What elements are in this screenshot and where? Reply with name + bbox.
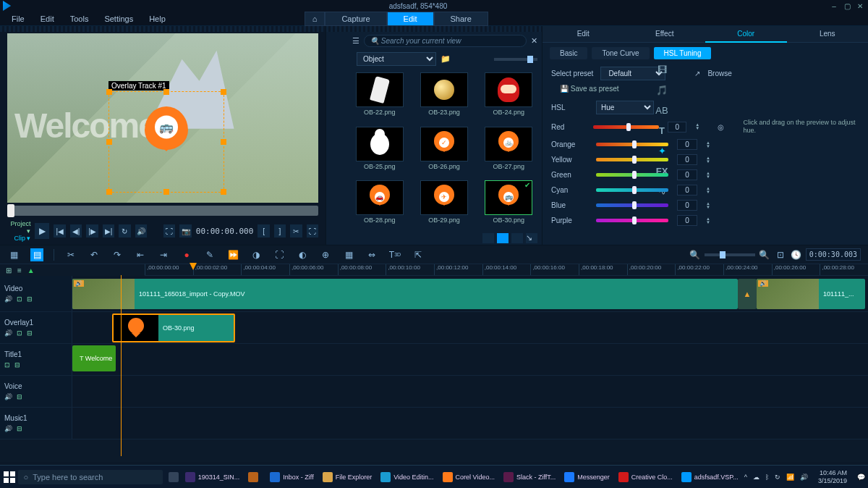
value-spinner[interactable]: ▲▼ [706,172,713,179]
track-header-music[interactable]: Music1 🔊⊟ [0,408,72,439]
lock-icon[interactable]: ⊟ [27,295,33,303]
timeline-ruler[interactable]: ,00:00:00:00,00:00:02:00,00:00:04:00,00:… [145,264,868,276]
value-spinner[interactable]: ▲▼ [706,156,713,164]
grid-view-icon[interactable] [497,233,509,243]
tray-volume-icon[interactable]: 🔊 [800,474,808,481]
tray-bluetooth-icon[interactable]: ᛒ [765,474,769,481]
mode-share[interactable]: Share [434,12,488,26]
track-header-overlay[interactable]: Overlay1 🔊⊡⊟ [0,312,72,343]
taskbar-task[interactable]: adsfsadf.VSP... [677,468,743,487]
media-icon[interactable]: 🎞 [655,62,669,77]
taskbar-task[interactable]: Video Editin... [376,468,438,487]
multicam-icon[interactable]: ▦ [342,248,355,261]
undo-icon[interactable]: ↶ [88,248,101,261]
mute-icon[interactable]: 🔊 [4,295,12,303]
customize-icon[interactable]: ✎ [203,248,216,261]
tray-sync-icon[interactable]: ↻ [775,474,780,481]
sound-icon[interactable]: 🎵 [655,83,669,97]
mute-icon[interactable]: 🔊 [4,425,12,432]
fit-timeline-icon[interactable]: ⊡ [774,248,787,261]
restore-icon[interactable]: ▢ [842,1,852,11]
speed-icon[interactable]: ⏩ [226,248,239,261]
home-button[interactable]: ⌂ [305,12,326,26]
channel-value[interactable]: 0 [677,154,697,165]
track-motion-icon[interactable]: ⊕ [319,248,332,261]
mode-capture[interactable]: Capture [325,12,386,26]
channel-value[interactable]: 0 [677,200,697,211]
value-spinner[interactable]: ▲▼ [695,123,702,130]
channel-slider[interactable] [596,188,668,192]
grip-strip[interactable] [0,26,326,32]
subtab-basic[interactable]: Basic [550,47,587,59]
next-frame-button[interactable]: |▶ [86,224,98,237]
library-item[interactable]: 🚗OB-28.png [351,180,408,230]
thumb-size-slider[interactable] [494,58,537,61]
start-button[interactable] [3,468,17,486]
save-preset-button[interactable]: 💾 Save as preset [542,83,868,98]
playhead-line[interactable] [121,275,122,456]
mark-in-button[interactable]: [ [258,224,269,237]
resize-handle[interactable] [106,89,112,95]
taskbar-search[interactable]: ○Type here to search [18,470,163,484]
split-button[interactable]: ✂ [290,224,302,237]
title-clip[interactable]: T Welcome [72,345,116,371]
clear-search-icon[interactable]: ✕ [531,36,537,46]
skip-end-button[interactable]: ▶| [103,224,114,237]
zoom-slider[interactable] [705,253,755,256]
record-icon[interactable]: ● [180,248,193,261]
taskbar-task[interactable]: Messenger [560,468,614,487]
track-header-voice[interactable]: Voice 🔊⊟ [0,376,72,407]
track-enable-icon[interactable]: ≡ [17,266,22,274]
redo-icon[interactable]: ↷ [111,248,124,261]
play-button[interactable]: ▶ [35,223,49,239]
folder-icon[interactable]: 📁 [441,54,451,64]
channel-value[interactable]: 0 [677,185,697,195]
browse-icon[interactable]: ↗ [694,70,700,77]
library-item[interactable]: OB-25.png [351,127,408,177]
export-icon[interactable]: ⇱ [412,248,425,261]
prev-frame-button[interactable]: ◀| [70,224,82,237]
mask-icon[interactable]: ◐ [296,248,309,261]
video-clip[interactable]: 🔊 101111_... [757,279,865,309]
transition-clip[interactable]: ▲ [738,279,757,309]
taskbar-task[interactable]: Corel Video... [438,468,499,487]
timeline-view-icon[interactable]: ▤ [30,248,43,261]
clock-icon[interactable]: 🕓 [790,248,803,261]
library-menu-icon[interactable]: ☰ [352,36,359,46]
library-item[interactable]: OB-23.png [415,72,472,122]
solo-icon[interactable]: ⊡ [17,295,22,303]
map-pin-overlay[interactable]: 🚌 [145,106,188,164]
lock-icon[interactable]: ⊟ [17,393,22,400]
storyboard-view-icon[interactable]: ▦ [7,248,20,261]
selection-box[interactable]: 🚌 [109,91,224,193]
mark-out-button[interactable]: ] [274,224,286,237]
hsl-mode-select[interactable]: Hue [596,101,654,114]
volume-button[interactable]: 🔊 [135,224,147,237]
subtab-tonecurve[interactable]: Tone Curve [592,47,649,59]
zoom-out-icon[interactable]: 🔍 [689,248,702,261]
tab-edit[interactable]: Edit [542,26,624,43]
resize-icon[interactable]: ⇔ [365,248,378,261]
channel-value[interactable]: 0 [677,139,697,150]
channel-slider[interactable] [593,125,660,129]
source-toggle[interactable]: Project ▾ Clip ▾ [7,220,30,242]
tab-lens[interactable]: Lens [787,26,869,43]
library-category-select[interactable]: Object [357,52,436,66]
library-item[interactable]: ✓OB-26.png [415,127,472,177]
mute-icon[interactable]: 🔊 [4,329,12,337]
pan-zoom-icon[interactable]: ⛶ [273,248,286,261]
duration-display[interactable]: 0:00:30.003 [806,248,861,261]
menu-settings[interactable]: Settings [97,13,140,25]
resize-handle[interactable] [106,139,112,145]
value-spinner[interactable]: ▲▼ [706,217,713,224]
taskbar-task[interactable]: File Explorer [318,468,377,487]
solo-icon[interactable]: ⊡ [17,329,22,337]
chroma-icon[interactable]: ◑ [250,248,263,261]
value-spinner[interactable]: ▲▼ [706,141,713,148]
resize-handle[interactable] [163,189,169,195]
library-item[interactable]: OB-22.png [351,72,408,122]
markout-icon[interactable]: ⇥ [157,248,170,261]
channel-slider[interactable] [596,158,668,161]
resize-handle[interactable] [221,189,226,195]
lock-icon[interactable]: ⊟ [14,361,20,369]
